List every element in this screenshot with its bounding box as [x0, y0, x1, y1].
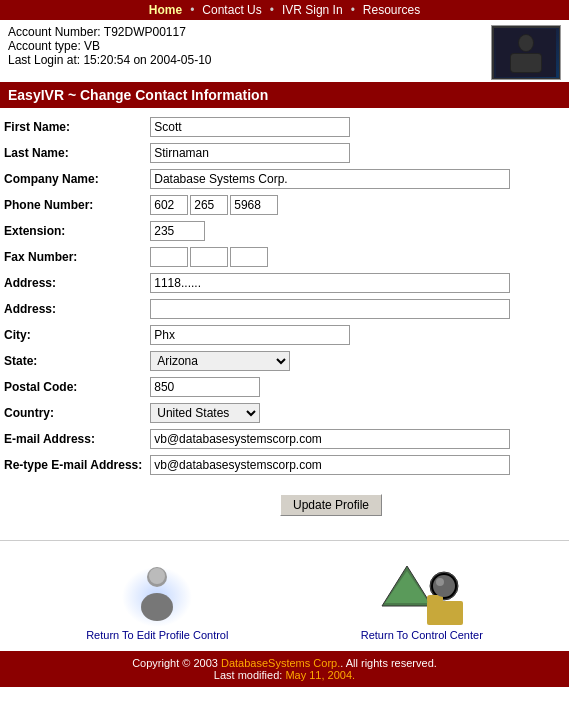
retype-email-input[interactable] — [150, 455, 510, 475]
account-number: Account Number: T92DWP00117 — [8, 25, 491, 39]
footer-modified: Last modified: May 11, 2004. — [8, 669, 561, 681]
state-row: State: Alabama Alaska Arizona Arkansas C… — [0, 348, 569, 374]
control-center-link[interactable]: Return To Control Center — [361, 561, 483, 641]
fax-row: Fax Number: — [0, 244, 569, 270]
first-name-input[interactable] — [150, 117, 350, 137]
first-name-row: First Name: — [0, 114, 569, 140]
update-profile-button[interactable]: Update Profile — [280, 494, 382, 516]
footer-company-link[interactable]: DatabaseSystems Corp. — [221, 657, 340, 669]
country-label: Country: — [0, 400, 146, 426]
footer-copyright: Copyright © 2003 DatabaseSystems Corp.. … — [8, 657, 561, 669]
fax-area-input[interactable] — [150, 247, 188, 267]
postal-row: Postal Code: — [0, 374, 569, 400]
first-name-label: First Name: — [0, 114, 146, 140]
phone-number-input[interactable] — [230, 195, 278, 215]
company-input[interactable] — [150, 169, 510, 189]
address1-label: Address: — [0, 270, 146, 296]
svg-rect-14 — [427, 601, 463, 625]
bottom-icons-section: Return To Edit Profile Control Return To… — [0, 549, 569, 646]
svg-point-17 — [436, 578, 444, 586]
section-header: EasyIVR ~ Change Contact Information — [0, 82, 569, 108]
account-image — [491, 25, 561, 80]
control-center-text: Return To Control Center — [361, 629, 483, 641]
control-center-icon — [377, 561, 467, 629]
nav-resources[interactable]: Resources — [363, 3, 420, 17]
edit-profile-icon — [117, 559, 197, 629]
phone-row: Phone Number: — [0, 192, 569, 218]
postal-input[interactable] — [150, 377, 260, 397]
company-row: Company Name: — [0, 166, 569, 192]
account-type: Account type: VB — [8, 39, 491, 53]
last-name-label: Last Name: — [0, 140, 146, 166]
nav-contact[interactable]: Contact Us — [202, 3, 261, 17]
svg-point-8 — [149, 568, 165, 584]
nav-home[interactable]: Home — [149, 3, 182, 17]
extension-input[interactable] — [150, 221, 205, 241]
phone-area-input[interactable] — [150, 195, 188, 215]
nav-ivr[interactable]: IVR Sign In — [282, 3, 343, 17]
email-input[interactable] — [150, 429, 510, 449]
country-select[interactable]: United States Canada Mexico — [150, 403, 260, 423]
last-name-input[interactable] — [150, 143, 350, 163]
address2-row: Address: — [0, 296, 569, 322]
state-select[interactable]: Alabama Alaska Arizona Arkansas Californ… — [150, 351, 290, 371]
svg-point-16 — [433, 575, 455, 597]
city-input[interactable] — [150, 325, 350, 345]
section-divider — [0, 540, 569, 541]
retype-email-label: Re-type E-mail Address: — [0, 452, 146, 478]
top-navigation: Home • Contact Us • IVR Sign In • Resour… — [0, 0, 569, 20]
email-label: E-mail Address: — [0, 426, 146, 452]
footer-date-link[interactable]: May 11, 2004. — [285, 669, 355, 681]
retype-email-row: Re-type E-mail Address: — [0, 452, 569, 478]
last-name-row: Last Name: — [0, 140, 569, 166]
footer: Copyright © 2003 DatabaseSystems Corp.. … — [0, 651, 569, 687]
country-row: Country: United States Canada Mexico — [0, 400, 569, 426]
fax-prefix-input[interactable] — [190, 247, 228, 267]
account-info-block: Account Number: T92DWP00117 Account type… — [8, 25, 491, 67]
address2-label: Address: — [0, 296, 146, 322]
svg-rect-4 — [511, 54, 541, 72]
edit-profile-link[interactable]: Return To Edit Profile Control — [86, 559, 228, 641]
last-login: Last Login at: 15:20:54 on 2004-05-10 — [8, 53, 491, 67]
company-label: Company Name: — [0, 166, 146, 192]
svg-point-7 — [141, 593, 173, 621]
svg-marker-10 — [385, 571, 429, 603]
address1-input[interactable] — [150, 273, 510, 293]
fax-label: Fax Number: — [0, 244, 146, 270]
extension-label: Extension: — [0, 218, 146, 244]
phone-label: Phone Number: — [0, 192, 146, 218]
fax-number-input[interactable] — [230, 247, 268, 267]
address2-input[interactable] — [150, 299, 510, 319]
state-label: State: — [0, 348, 146, 374]
svg-point-3 — [519, 35, 533, 51]
city-label: City: — [0, 322, 146, 348]
postal-label: Postal Code: — [0, 374, 146, 400]
phone-prefix-input[interactable] — [190, 195, 228, 215]
edit-profile-text: Return To Edit Profile Control — [86, 629, 228, 641]
email-row: E-mail Address: — [0, 426, 569, 452]
contact-form: First Name: Last Name: Company Name: Pho… — [0, 114, 569, 478]
extension-row: Extension: — [0, 218, 569, 244]
address1-row: Address: — [0, 270, 569, 296]
city-row: City: — [0, 322, 569, 348]
